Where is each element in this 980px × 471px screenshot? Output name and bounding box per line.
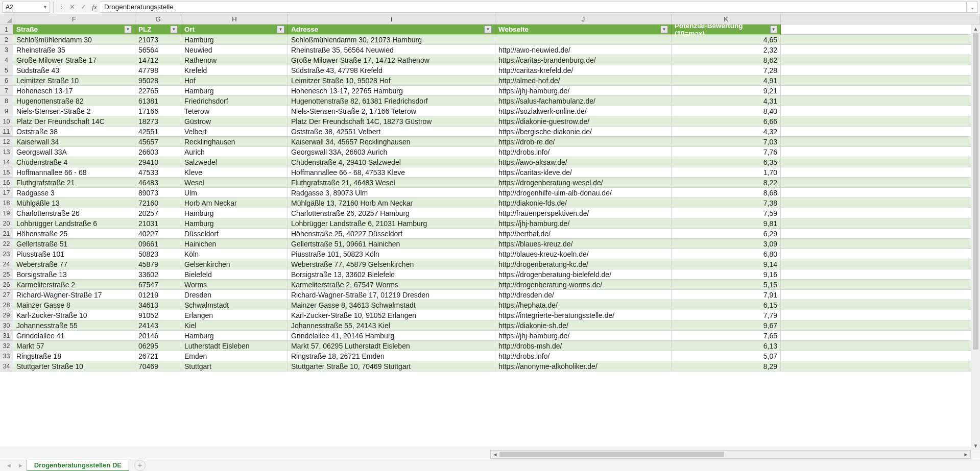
row-header-2[interactable]: 2 [0, 35, 13, 45]
scroll-up-arrow-icon[interactable]: ▲ [973, 24, 978, 33]
cell[interactable]: Hoffmannallee 66 - 68, 47533 Kleve [288, 167, 495, 178]
cell[interactable]: Niels-Stensen-Straße 2, 17166 Teterow [288, 106, 495, 116]
cell[interactable]: 5,07 [672, 351, 781, 361]
cell[interactable]: 45657 [135, 137, 181, 147]
cell[interactable]: 4,65 [672, 35, 781, 45]
cell[interactable]: Ringstraße 18 [13, 351, 135, 361]
row-header-1[interactable]: 1 [0, 24, 13, 35]
cell[interactable]: 7,91 [672, 290, 781, 300]
cell[interactable]: Köln [181, 249, 288, 259]
row-header-29[interactable]: 29 [0, 310, 13, 320]
filter-dropdown-icon[interactable]: ▼ [660, 26, 668, 33]
cell[interactable]: 7,38 [672, 198, 781, 208]
row-header-13[interactable]: 13 [0, 147, 13, 157]
cell[interactable]: Kaiserwall 34 [13, 137, 135, 147]
row-header-21[interactable]: 21 [0, 229, 13, 239]
cell[interactable]: Fluthgrafstraße 21, 46483 Wesel [288, 178, 495, 188]
cell[interactable]: http://diakonie-fds.de/ [495, 198, 672, 208]
column-header-J[interactable]: J [495, 14, 672, 24]
row-header-3[interactable]: 3 [0, 45, 13, 55]
scroll-down-arrow-icon[interactable]: ▼ [973, 441, 978, 450]
row-header-28[interactable]: 28 [0, 300, 13, 310]
row-header-32[interactable]: 32 [0, 341, 13, 351]
cell[interactable]: 40227 [135, 229, 181, 239]
cell[interactable]: Lohbrügger Landstraße 6 [13, 218, 135, 229]
cell[interactable]: 09661 [135, 239, 181, 249]
cell[interactable]: https://drogenberatung-wesel.de/ [495, 178, 672, 188]
cell[interactable]: 34613 [135, 300, 181, 310]
cell[interactable]: Friedrichsdorf [181, 96, 288, 106]
scroll-right-arrow-icon[interactable]: ► [962, 452, 970, 457]
cell[interactable]: 6,29 [672, 229, 781, 239]
cell[interactable]: 7,76 [672, 147, 781, 157]
cell[interactable]: Velbert [181, 127, 288, 137]
cell[interactable]: Wesel [181, 178, 288, 188]
cell[interactable]: 9,81 [672, 218, 781, 229]
cell[interactable]: https://drob-re.de/ [495, 137, 672, 147]
cell[interactable]: 47533 [135, 167, 181, 178]
formula-input[interactable]: Drogenberatungsstelle [100, 2, 967, 13]
cell[interactable]: 8,40 [672, 106, 781, 116]
cell[interactable]: Chüdenstraße 4 [13, 157, 135, 167]
cell[interactable]: https://drogenberatung-bielefeld.de/ [495, 269, 672, 280]
cell[interactable]: 45879 [135, 259, 181, 269]
cell[interactable]: 6,13 [672, 341, 781, 351]
cell[interactable]: Höhenstraße 25 [13, 229, 135, 239]
row-header-6[interactable]: 6 [0, 76, 13, 86]
cell[interactable]: Karmeliterstraße 2, 67547 Worms [288, 280, 495, 290]
cell[interactable]: Hoffmannallee 66 - 68 [13, 167, 135, 178]
filter-dropdown-icon[interactable]: ▼ [770, 26, 777, 33]
table-header-plz[interactable]: PLZ▼ [135, 24, 181, 35]
cell[interactable]: Hohenesch 13-17 [13, 86, 135, 96]
cell[interactable]: Große Milower Straße 17 [13, 55, 135, 65]
cell[interactable]: 21031 [135, 218, 181, 229]
cell[interactable]: Fluthgrafstraße 21 [13, 178, 135, 188]
cell[interactable]: https://awo-aksaw.de/ [495, 157, 672, 167]
filter-dropdown-icon[interactable]: ▼ [484, 26, 492, 33]
row-header-24[interactable]: 24 [0, 259, 13, 269]
cell[interactable]: https://bergische-diakonie.de/ [495, 127, 672, 137]
cell[interactable]: 91052 [135, 310, 181, 320]
accept-formula-button[interactable]: ✓ [78, 2, 89, 13]
cell[interactable]: 6,15 [672, 300, 781, 310]
cell[interactable]: https://blaues-kreuz.de/ [495, 239, 672, 249]
table-header-webseite[interactable]: Webseite▼ [495, 24, 672, 35]
select-all-corner[interactable] [0, 14, 13, 24]
cell[interactable]: http://caritas-krefeld.de/ [495, 65, 672, 76]
cell[interactable]: Neuwied [181, 45, 288, 55]
cell[interactable]: Recklinghausen [181, 137, 288, 147]
cell[interactable]: https://hephata.de/ [495, 300, 672, 310]
hscroll-track[interactable] [499, 451, 962, 458]
cell[interactable]: Südstraße 43 [13, 65, 135, 76]
cell[interactable]: https://integrierte-beratungsstelle.de/ [495, 310, 672, 320]
cell[interactable]: http://drobs-msh.de/ [495, 341, 672, 351]
cell[interactable]: Hugenottenstraße 82 [13, 96, 135, 106]
cell[interactable]: 14712 [135, 55, 181, 65]
column-header-I[interactable]: I [288, 14, 495, 24]
cell[interactable]: 8,68 [672, 188, 781, 198]
cell[interactable]: 95028 [135, 76, 181, 86]
horizontal-scrollbar[interactable]: ◄ ► [490, 450, 971, 459]
cell[interactable]: Niels-Stensen-Straße 2 [13, 106, 135, 116]
cell[interactable]: Grindelallee 41 [13, 331, 135, 341]
cell[interactable]: 26603 [135, 147, 181, 157]
fx-icon[interactable]: fx [89, 2, 100, 13]
cell[interactable]: Südstraße 43, 47798 Krefeld [288, 65, 495, 76]
cell[interactable]: Schwalmstadt [181, 300, 288, 310]
cell[interactable]: 33602 [135, 269, 181, 280]
table-header-strasse[interactable]: Straße▼ [13, 24, 135, 35]
cell[interactable]: Schloßmühlendamm 30 [13, 35, 135, 45]
cell[interactable]: Ringstraße 18, 26721 Emden [288, 351, 495, 361]
cell[interactable]: Erlangen [181, 310, 288, 320]
vscroll-track[interactable] [971, 33, 980, 441]
cell[interactable]: Aurich [181, 147, 288, 157]
cell[interactable]: Charlottenstraße 26 [13, 208, 135, 218]
sheet-tab-active[interactable]: Drogenberatungsstellen DE [27, 460, 129, 472]
cell[interactable]: Rathenow [181, 55, 288, 65]
cell[interactable]: Lohbrügger Landstraße 6, 21031 Hamburg [288, 218, 495, 229]
vscroll-thumb[interactable] [973, 33, 978, 350]
row-header-15[interactable]: 15 [0, 167, 13, 178]
cell[interactable]: 3,09 [672, 239, 781, 249]
cell[interactable]: Johannesstraße 55, 24143 Kiel [288, 320, 495, 331]
cell[interactable]: Stuttgarter Straße 10, 70469 Stuttgart [288, 361, 495, 371]
